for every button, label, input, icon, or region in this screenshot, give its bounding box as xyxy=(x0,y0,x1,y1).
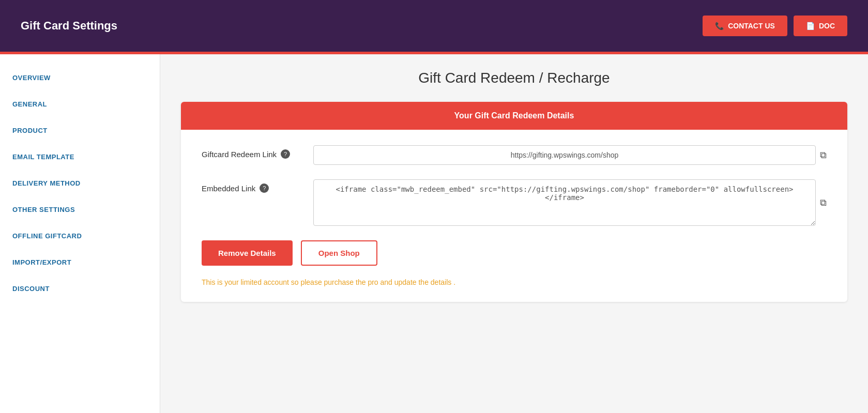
app-title: Gift Card Settings xyxy=(21,19,117,33)
sidebar-item-import-export[interactable]: IMPORT/EXPORT xyxy=(0,249,160,276)
redeem-link-input-group: ⧉ xyxy=(313,145,827,165)
sidebar-item-offline-giftcard[interactable]: OFFLINE GIFTCARD xyxy=(0,223,160,249)
embedded-link-label-group: Embedded Link ? xyxy=(202,179,305,193)
sidebar-item-discount[interactable]: DISCOUNT xyxy=(0,276,160,302)
doc-icon: 📄 xyxy=(806,22,815,30)
doc-button[interactable]: 📄 DOC xyxy=(794,16,847,36)
sidebar-item-delivery-method[interactable]: DELIVERY METHOD xyxy=(0,170,160,196)
header: Gift Card Settings 📞 CONTACT US 📄 DOC xyxy=(0,0,868,52)
card-body: Giftcard Redeem Link ? ⧉ Embedded Link ? xyxy=(181,130,847,302)
redeem-card: Your Gift Card Redeem Details Giftcard R… xyxy=(181,102,847,302)
embedded-link-copy-icon[interactable]: ⧉ xyxy=(820,197,827,208)
redeem-link-copy-icon[interactable]: ⧉ xyxy=(820,150,827,161)
redeem-link-input[interactable] xyxy=(313,145,816,165)
embedded-link-row: Embedded Link ? ⧉ xyxy=(202,179,827,226)
note-text: This is your limited account so please p… xyxy=(202,278,827,286)
card-header: Your Gift Card Redeem Details xyxy=(181,102,847,130)
sidebar-item-other-settings[interactable]: OTHER SETTINGS xyxy=(0,196,160,223)
action-buttons: Remove Details Open Shop xyxy=(202,240,827,266)
redeem-link-row: Giftcard Redeem Link ? ⧉ xyxy=(202,145,827,165)
main-content: Gift Card Redeem / Recharge Your Gift Ca… xyxy=(160,54,868,413)
embedded-link-help-icon[interactable]: ? xyxy=(260,183,269,193)
sidebar: OVERVIEWGENERALPRODUCTEMAIL TEMPLATEDELI… xyxy=(0,54,160,413)
phone-icon: 📞 xyxy=(715,22,724,30)
embedded-link-label: Embedded Link xyxy=(202,184,255,193)
contact-us-button[interactable]: 📞 CONTACT US xyxy=(703,16,787,36)
sidebar-item-general[interactable]: GENERAL xyxy=(0,91,160,117)
redeem-link-label: Giftcard Redeem Link xyxy=(202,150,277,159)
redeem-link-label-group: Giftcard Redeem Link ? xyxy=(202,145,305,159)
remove-details-button[interactable]: Remove Details xyxy=(202,240,293,266)
layout: OVERVIEWGENERALPRODUCTEMAIL TEMPLATEDELI… xyxy=(0,54,868,413)
open-shop-button[interactable]: Open Shop xyxy=(301,240,377,266)
sidebar-item-overview[interactable]: OVERVIEW xyxy=(0,65,160,91)
page-title: Gift Card Redeem / Recharge xyxy=(181,70,847,86)
sidebar-item-email-template[interactable]: EMAIL TEMPLATE xyxy=(0,144,160,170)
embedded-link-input-group: ⧉ xyxy=(313,179,827,226)
redeem-link-help-icon[interactable]: ? xyxy=(281,149,290,159)
embedded-link-textarea[interactable] xyxy=(313,179,816,226)
sidebar-item-product[interactable]: PRODUCT xyxy=(0,117,160,144)
header-actions: 📞 CONTACT US 📄 DOC xyxy=(703,16,847,36)
